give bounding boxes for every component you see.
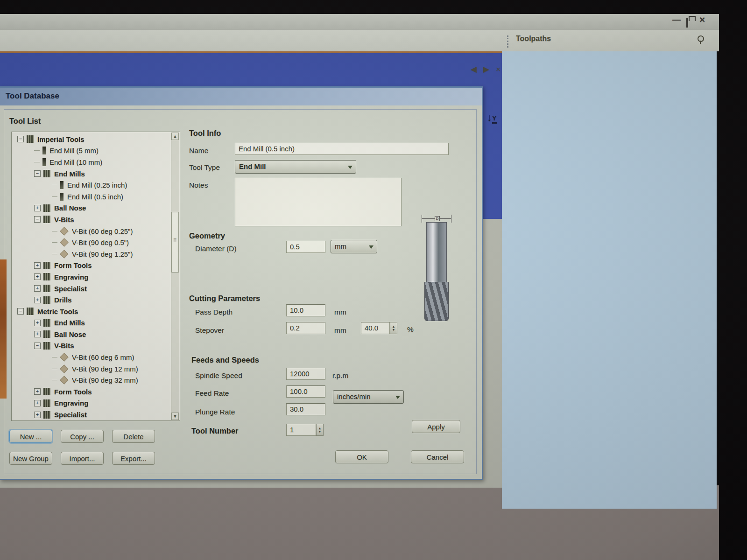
y-zero-icon[interactable]: ↓Y xyxy=(487,112,497,124)
name-input[interactable]: End Mill (0.5 inch) xyxy=(235,143,449,155)
ok-button[interactable]: OK xyxy=(335,450,388,463)
group-icon xyxy=(43,285,50,292)
rate-units-dropdown[interactable]: inches/min xyxy=(333,390,404,404)
scrollbar-thumb[interactable] xyxy=(171,212,179,273)
collapse-toggle-icon[interactable]: − xyxy=(34,343,41,349)
pin-icon[interactable] xyxy=(698,35,704,42)
tree-item[interactable]: −V-Bits xyxy=(13,340,171,352)
tree-item[interactable]: +Specialist xyxy=(13,409,171,420)
vbit-icon xyxy=(60,238,68,246)
tree-item[interactable]: End Mill (5 mm) xyxy=(13,145,171,157)
tree-item[interactable]: +Engraving xyxy=(13,271,171,283)
dialog-title-bar[interactable]: Tool Database xyxy=(0,88,482,105)
tree-item[interactable]: −Metric Tools xyxy=(13,306,171,317)
prev-tab-icon[interactable]: ◀ xyxy=(471,65,483,74)
tree-item[interactable]: End Mill (0.25 inch) xyxy=(13,179,171,191)
collapse-toggle-icon[interactable]: − xyxy=(34,216,41,223)
plunge-rate-label: Plunge Rate xyxy=(195,408,235,416)
endmill-icon xyxy=(42,158,46,166)
tree-connector xyxy=(52,369,57,369)
expand-toggle-icon[interactable]: + xyxy=(34,297,41,303)
tree-item[interactable]: V-Bit (60 deg 6 mm) xyxy=(13,351,171,363)
tree-connector xyxy=(52,242,57,243)
tree-item-label: Specialist xyxy=(54,285,87,293)
tree-item[interactable]: +Drills xyxy=(13,294,171,306)
scroll-down-icon[interactable]: ▼ xyxy=(171,413,179,420)
feeds-speeds-title: Feeds and Speeds xyxy=(191,356,259,364)
toolpaths-panel-title: Toolpaths xyxy=(516,35,551,43)
tree-item[interactable]: End Mill (0.5 inch) xyxy=(13,191,171,203)
stepover-percent-spinner[interactable]: ▲▼ xyxy=(390,322,397,334)
tree-item[interactable]: +End Mills xyxy=(13,317,171,329)
tree-item[interactable]: V-Bit (60 deg 0.25") xyxy=(13,225,171,237)
tool-number-input[interactable]: 1 xyxy=(286,424,316,436)
foreground-obstruction xyxy=(0,259,7,399)
expand-toggle-icon[interactable]: + xyxy=(34,388,41,395)
tree-item[interactable]: +Specialist xyxy=(13,283,171,294)
tree-item[interactable]: −End Mills xyxy=(13,168,171,180)
tool-type-label: Tool Type xyxy=(189,163,220,172)
tool-list-label: Tool List xyxy=(9,117,41,126)
export-button[interactable]: Export... xyxy=(112,452,155,465)
collapse-toggle-icon[interactable]: − xyxy=(34,170,41,177)
tree-item[interactable]: +Ball Nose xyxy=(13,329,171,340)
expand-toggle-icon[interactable]: + xyxy=(34,331,41,337)
tree-item[interactable]: +Form Tools xyxy=(13,260,171,272)
collapse-toggle-icon[interactable]: − xyxy=(17,308,24,315)
minimize-button[interactable]: — xyxy=(672,15,681,25)
name-label: Name xyxy=(189,147,208,155)
geometry-title: Geometry xyxy=(189,231,225,240)
cancel-button[interactable]: Cancel xyxy=(411,450,464,463)
stepover-percent-input[interactable]: 40.0 xyxy=(361,322,390,334)
feed-rate-input[interactable]: 100.0 xyxy=(286,385,325,398)
spin-down-icon: ▼ xyxy=(318,430,322,433)
apply-button[interactable]: Apply xyxy=(412,420,460,433)
tree-item[interactable]: +Form Tools xyxy=(13,386,171,398)
spindle-speed-input[interactable]: 12000 xyxy=(286,368,325,380)
tree-item[interactable]: +Ball Nose xyxy=(13,203,171,214)
scroll-up-icon[interactable]: ▲ xyxy=(171,133,179,140)
panel-drag-handle[interactable] xyxy=(507,35,508,48)
tree-item[interactable]: −Imperial Tools xyxy=(13,133,171,145)
expand-toggle-icon[interactable]: + xyxy=(34,262,41,269)
menu-toolbar-strip: ◀▶× xyxy=(0,30,719,51)
next-tab-icon[interactable]: ▶ xyxy=(483,65,496,74)
tree-item-label: Metric Tools xyxy=(37,308,78,315)
new-tool-button[interactable]: New ... xyxy=(9,430,52,443)
expand-toggle-icon[interactable]: + xyxy=(34,285,41,292)
tree-item[interactable]: V-Bit (90 deg 12 mm) xyxy=(13,363,171,375)
expand-toggle-icon[interactable]: + xyxy=(34,273,41,280)
collapse-toggle-icon[interactable]: − xyxy=(17,136,24,142)
diameter-input[interactable]: 0.5 xyxy=(286,241,325,253)
tree-item[interactable]: V-Bit (90 deg 1.25") xyxy=(13,248,171,260)
pass-depth-input[interactable]: 10.0 xyxy=(286,304,325,316)
stepover-input[interactable]: 0.2 xyxy=(286,322,325,334)
new-group-button[interactable]: New Group xyxy=(9,452,52,465)
tool-type-dropdown[interactable]: End Mill xyxy=(235,160,356,174)
group-icon xyxy=(43,262,50,269)
tree-item-label: V-Bit (90 deg 1.25") xyxy=(72,250,133,258)
close-button[interactable]: × xyxy=(699,14,705,25)
tree-item-label: Engraving xyxy=(54,273,88,281)
feed-rate-label: Feed Rate xyxy=(195,389,229,398)
diameter-units-dropdown[interactable]: mm xyxy=(331,240,377,253)
expand-toggle-icon[interactable]: + xyxy=(34,205,41,211)
notes-textarea[interactable] xyxy=(235,178,402,226)
group-icon xyxy=(43,170,50,177)
delete-tool-button[interactable]: Delete xyxy=(112,430,155,443)
plunge-rate-input[interactable]: 30.0 xyxy=(286,403,325,415)
tree-item[interactable]: End Mill (10 mm) xyxy=(13,156,171,168)
tool-number-spinner[interactable]: ▲▼ xyxy=(316,424,324,436)
copy-tool-button[interactable]: Copy ... xyxy=(61,430,104,443)
expand-toggle-icon[interactable]: + xyxy=(34,400,41,406)
tree-item[interactable]: V-Bit (90 deg 32 mm) xyxy=(13,374,171,386)
expand-toggle-icon[interactable]: + xyxy=(34,320,41,326)
restore-button[interactable] xyxy=(686,18,688,28)
tree-item[interactable]: V-Bit (90 deg 0.5") xyxy=(13,237,171,248)
tree-item[interactable]: +Engraving xyxy=(13,398,171,409)
expand-toggle-icon[interactable]: + xyxy=(34,412,41,418)
import-button[interactable]: Import... xyxy=(61,452,104,465)
tree-scrollbar[interactable]: ▲ ▼ xyxy=(171,133,179,420)
group-icon xyxy=(43,273,50,280)
tree-item[interactable]: −V-Bits xyxy=(13,214,171,225)
